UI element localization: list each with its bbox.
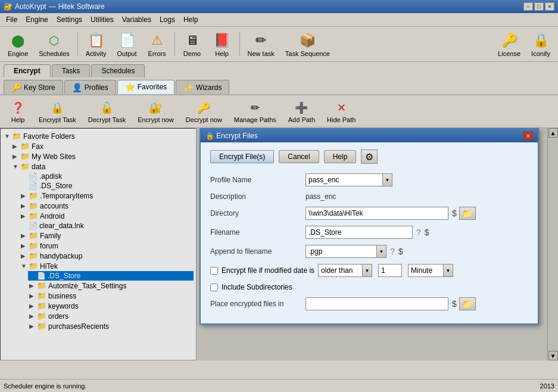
include-subdirs-label: Include Subdirectories [222,283,292,291]
directory-row: Directory $ 📁 [210,207,528,220]
demo-icon: 🖥 [183,31,202,50]
decrypt-task-icon: 🔓 [98,99,115,116]
favorites-icon: ⭐ [125,82,135,92]
app-subtitle: Hitek Software [58,2,105,11]
hide-path-button[interactable]: ✕ Hide Path [322,98,361,125]
directory-browse-button[interactable]: 📁 [459,207,476,220]
engine-button[interactable]: ⬤ Engine [4,29,32,59]
filename-input[interactable] [306,226,413,239]
filename-label: Filename [210,228,306,237]
place-encrypted-input[interactable] [306,297,448,310]
tabs-row-1: Encrypt Tasks Schedules [0,62,558,77]
status-year: 2013 [540,382,554,390]
tab-key-store[interactable]: 🔑 Key Store [4,80,63,94]
description-value: pass_enc [306,192,336,201]
profile-name-input[interactable] [306,173,383,186]
directory-input[interactable] [306,207,448,220]
iconify-button[interactable]: 🔒 Iconify [527,29,554,59]
errors-button[interactable]: ⚠ Errors [144,29,171,59]
menu-engine[interactable]: Engine [22,14,51,25]
activity-button[interactable]: 📋 Activity [82,29,111,59]
include-subdirs-row: Include Subdirectories [210,283,528,291]
help2-button[interactable]: ❓ Help [4,98,32,125]
tab-tasks[interactable]: Tasks [52,64,91,77]
add-path-button[interactable]: ➕ Add Path [283,98,320,125]
encrypt-files-button[interactable]: Encrypt File(s) [210,150,274,163]
wizards-icon: ✨ [183,83,194,92]
tab-profiles[interactable]: 👤 Profiles [64,80,116,94]
new-task-button[interactable]: ✏ New task [244,29,279,59]
toolbar-separator-1 [77,32,78,56]
demo-button[interactable]: 🖥 Demo [179,29,206,59]
decrypt-now-icon: 🔑 [195,99,212,116]
filename-question-icon[interactable]: ? [416,228,421,237]
filename-dollar-icon[interactable]: $ [425,228,429,237]
older-than-input[interactable] [318,264,363,277]
menu-bar: File Engine Settings Utilities Variables… [0,13,558,27]
output-button[interactable]: 📄 Output [113,29,141,59]
append-dropdown-button[interactable]: ▼ [377,245,386,258]
main-toolbar: ⬤ Engine ⬡ Schedules 📋 Activity 📄 Output… [0,27,558,62]
dialog-help-button[interactable]: Help [324,150,357,163]
include-subdirs-checkbox[interactable] [210,284,218,291]
append-dollar-icon[interactable]: $ [398,247,403,256]
tab-wizards[interactable]: ✨ Wizards [176,80,229,94]
dialog-cancel-button[interactable]: Cancel [279,150,319,163]
app-title: AutoKrypt [15,2,46,11]
menu-logs[interactable]: Logs [156,14,179,25]
minimize-button[interactable]: − [523,2,533,11]
new-task-icon: ✏ [251,31,270,50]
dialog-toolbar: Encrypt File(s) Cancel Help ⚙ [210,150,528,164]
encrypt-task-button[interactable]: 🔒 Encrypt Task [33,98,82,125]
older-than-dropdown[interactable]: ▼ [363,264,372,277]
directory-dollar-icon[interactable]: $ [452,209,457,218]
license-button[interactable]: 🔑 License [494,29,525,59]
menu-utilities[interactable]: Utilities [87,14,117,25]
close-button[interactable]: × [545,2,554,11]
encrypt-modified-row: Encrypt file if modified date is ▼ ▼ [210,264,528,277]
manage-paths-button[interactable]: ✏ Manage Paths [229,98,282,125]
maximize-button[interactable]: □ [534,2,544,11]
minute-input[interactable] [408,264,444,277]
tab-schedules[interactable]: Schedules [91,64,145,77]
schedules-icon: ⬡ [45,31,64,50]
profile-dropdown-button[interactable]: ▼ [383,173,392,186]
dialog-close-button[interactable]: × [523,132,533,140]
help-main-button[interactable]: 📕 Help [208,29,236,59]
schedules-button[interactable]: ⬡ Schedules [35,29,73,59]
menu-settings[interactable]: Settings [53,14,86,25]
tab-favorites[interactable]: ⭐ Favorites [117,80,174,94]
directory-label: Directory [210,209,306,217]
place-dollar-icon[interactable]: $ [452,299,457,309]
encrypt-now-button[interactable]: 🔐 Encrypt now [132,98,179,125]
modal-overlay: 🔒 Encrypt Files × Encrypt File(s) Cancel… [0,128,558,360]
older-than-value-input[interactable] [378,264,402,277]
task-sequence-icon: 📦 [298,31,317,50]
menu-variables[interactable]: Variables [119,14,155,25]
append-input[interactable] [306,245,377,258]
decrypt-now-button[interactable]: 🔑 Decrypt now [180,98,227,125]
help-main-icon: 📕 [213,31,232,50]
main-content: ▼ 📁 Favorite Folders ▶ 📁 Fax ▶ 📁 My Web … [0,128,558,360]
append-question-icon[interactable]: ? [390,247,395,256]
encrypt-modified-checkbox[interactable] [210,267,218,275]
profile-name-row: Profile Name ▼ [210,173,528,186]
license-icon: 🔑 [500,31,519,50]
encrypt-now-icon: 🔐 [147,99,164,116]
decrypt-task-button[interactable]: 🔓 Decrypt Task [83,98,131,125]
place-encrypted-label: Place encrypted files in [210,300,306,308]
menu-file[interactable]: File [2,14,21,25]
tab-encrypt[interactable]: Encrypt [4,64,51,77]
title-icon: 🔐 [4,2,13,11]
status-text: Scheduler engine is running. [4,382,86,390]
engine-icon: ⬤ [8,31,27,50]
minute-dropdown[interactable]: ▼ [444,264,453,277]
profile-name-label: Profile Name [210,176,306,184]
dialog-gear-button[interactable]: ⚙ [361,150,378,164]
secondary-toolbar: ❓ Help 🔒 Encrypt Task 🔓 Decrypt Task 🔐 E… [0,95,558,128]
place-browse-button[interactable]: 📁 [459,297,476,310]
menu-help[interactable]: Help [180,14,202,25]
title-bar: 🔐 AutoKrypt — Hitek Software − □ × [0,0,558,13]
task-sequence-button[interactable]: 📦 Task Sequence [281,29,334,59]
errors-icon: ⚠ [148,31,167,50]
